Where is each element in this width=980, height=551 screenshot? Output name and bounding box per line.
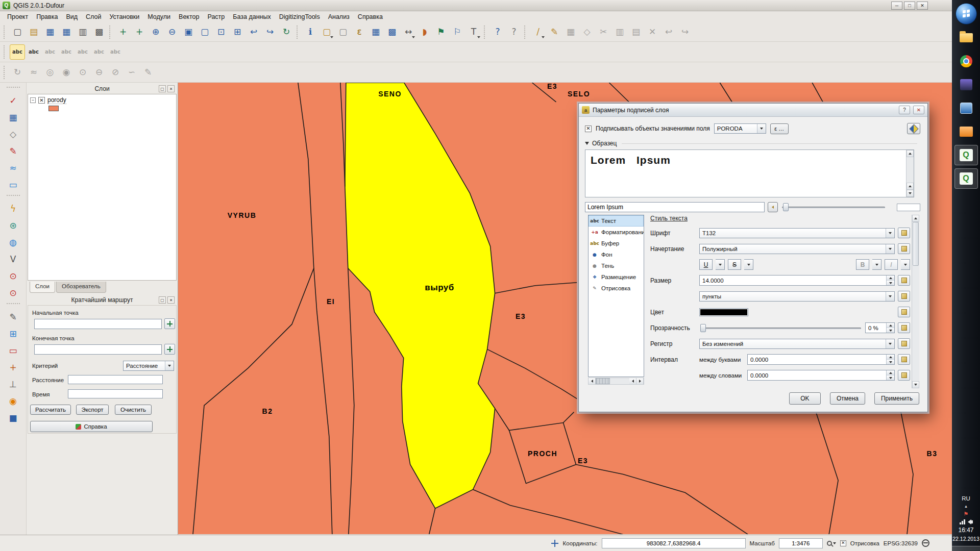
labeling-settings[interactable]: abc — [10, 44, 25, 60]
scroll-left-icon[interactable] — [589, 378, 596, 384]
dialog-section-Размещение[interactable]: ❖Размещение — [589, 271, 644, 283]
edit-graph-tool[interactable]: ✎ — [6, 309, 21, 324]
section-list[interactable]: abcТекст+aФорматированиеabcБуфер●Фон●Тен… — [588, 215, 644, 377]
layers-panel-detach-button[interactable]: ▢ — [159, 85, 166, 92]
calculate-button[interactable]: Рассчитать — [30, 405, 71, 415]
vector-network-tool[interactable]: V — [6, 252, 21, 267]
format-i-button[interactable]: I — [885, 259, 898, 270]
zoom-to-layer[interactable]: ⊞ — [230, 24, 245, 40]
dialog-section-Тень[interactable]: ●Тень — [589, 260, 644, 271]
layer-name[interactable]: porody — [47, 96, 66, 104]
show-desktop-button[interactable] — [952, 546, 980, 551]
scroll-up-icon[interactable] — [912, 215, 919, 222]
action-center-icon[interactable]: ⚑ — [964, 511, 969, 517]
web-globe-tool[interactable]: ◍ — [6, 235, 21, 250]
scroll-up-icon[interactable] — [906, 183, 914, 190]
show-bookmarks[interactable]: ⚐ — [450, 24, 465, 40]
scroll-down-icon[interactable] — [912, 381, 919, 388]
qgis-app-icon-1[interactable]: Q — [954, 145, 978, 165]
expand-toggle-icon[interactable]: − — [30, 97, 36, 103]
pan-to-selection[interactable]: + — [132, 24, 147, 40]
data-defined-word-spacing-button[interactable] — [898, 370, 910, 381]
layers-panel-close-button[interactable]: ✕ — [167, 85, 175, 92]
check-geometry-tool[interactable]: ✓ — [6, 93, 21, 108]
identify-features[interactable]: ℹ — [303, 24, 318, 40]
red-frame-tool[interactable]: ▭ — [6, 343, 21, 358]
menu-модули[interactable]: Модули — [143, 12, 175, 22]
format-b-button[interactable]: B — [856, 259, 869, 270]
zoom-last[interactable]: ↩ — [246, 24, 261, 40]
style-pane-scrollbar[interactable] — [912, 215, 919, 388]
engine-settings-button[interactable] — [907, 123, 920, 134]
dialog-close-button[interactable]: ✕ — [913, 106, 924, 114]
layers-tree[interactable]: − ✕ porody — [28, 94, 177, 281]
dialog-section-Форматирование[interactable]: +aФорматирование — [589, 227, 644, 238]
data-defined-font-button[interactable] — [898, 228, 910, 238]
sample-group-header[interactable]: Образец — [585, 139, 917, 147]
route-panel-close-button[interactable]: ✕ — [167, 296, 175, 304]
menu-растр[interactable]: Растр — [203, 12, 229, 22]
format-i-dropdown[interactable] — [901, 259, 910, 270]
volume-icon[interactable] — [968, 519, 973, 524]
menu-вектор[interactable]: Вектор — [175, 12, 203, 22]
data-defined-case-button[interactable] — [898, 338, 910, 349]
explorer-icon[interactable] — [954, 28, 978, 48]
spin-up-icon[interactable] — [887, 276, 894, 281]
field-calculator[interactable]: ▩ — [384, 24, 400, 40]
rect-select-tool[interactable]: ▭ — [6, 177, 21, 192]
map-tips[interactable]: ◗ — [417, 24, 432, 40]
coordinates-input[interactable] — [602, 538, 746, 548]
network-icon[interactable] — [960, 519, 965, 524]
open-attribute-table[interactable]: ▦ — [368, 24, 383, 40]
zoom-native[interactable]: ▣ — [181, 24, 196, 40]
format-s-dropdown[interactable] — [744, 259, 753, 270]
sample-scrollbar[interactable] — [906, 150, 914, 197]
spin-down-icon[interactable] — [887, 375, 894, 380]
data-defined-color-button[interactable] — [898, 307, 910, 317]
spin-down-icon[interactable] — [887, 360, 894, 364]
zoom-in[interactable]: ⊕ — [148, 24, 163, 40]
time-output[interactable] — [68, 389, 163, 398]
maximize-button[interactable]: □ — [904, 2, 915, 10]
sample-text-input[interactable] — [585, 202, 765, 212]
select-by-expression[interactable]: ε — [352, 24, 367, 40]
transparency-slider[interactable] — [699, 323, 862, 333]
move-anchor-tool[interactable]: + — [6, 360, 21, 375]
data-defined-size-button[interactable] — [898, 275, 910, 286]
menu-digitizingtools[interactable]: DigitizingTools — [275, 12, 324, 22]
size-spin[interactable]: 14.0000 — [699, 275, 895, 286]
dialog-section-Отрисовка[interactable]: ✎Отрисовка — [589, 283, 644, 294]
clock-time[interactable]: 16:47 — [958, 527, 973, 534]
select-shape-tool[interactable]: ◇ — [6, 127, 21, 142]
menu-проект[interactable]: Проект — [3, 12, 32, 22]
scroll-right-icon[interactable] — [636, 378, 644, 384]
dialog-section-Буфер[interactable]: abcБуфер — [589, 238, 644, 249]
label-enable-checkbox[interactable]: ✕ — [585, 126, 592, 132]
format-u-button[interactable]: U — [699, 259, 713, 270]
menu-вид[interactable]: Вид — [62, 12, 82, 22]
zoom-out[interactable]: ⊖ — [164, 24, 180, 40]
field-combo[interactable]: PORODA — [714, 123, 766, 134]
clock-date[interactable]: 22.12.2013 — [952, 536, 979, 542]
menu-анализ[interactable]: Анализ — [324, 12, 354, 22]
text-annotation[interactable]: T — [466, 24, 481, 40]
media-app-icon[interactable] — [954, 74, 978, 95]
scroll-left-icon[interactable] — [629, 378, 636, 384]
dialog-help-button[interactable]: ? — [899, 106, 910, 114]
distance-output[interactable] — [68, 375, 163, 384]
scrollbar-thumb[interactable] — [596, 378, 610, 384]
dialog-section-Текст[interactable]: abcТекст — [589, 215, 644, 227]
refresh-map[interactable]: ↻ — [279, 24, 294, 40]
scroll-up-icon[interactable] — [906, 150, 914, 157]
route-start-tool[interactable]: ⊙ — [6, 268, 21, 284]
menu-слой[interactable]: Слой — [82, 12, 105, 22]
cancel-button[interactable]: Отмена — [830, 392, 865, 405]
toggle-editing[interactable]: ✎ — [547, 24, 562, 40]
data-defined-transparency-button[interactable] — [898, 322, 910, 333]
pin-tool[interactable]: ◉ — [6, 393, 21, 409]
zoom-full[interactable]: ▢ — [197, 24, 212, 40]
crs-status[interactable]: EPSG:32639 — [884, 540, 918, 546]
units-combo[interactable]: пункты — [699, 291, 895, 302]
clear-button[interactable]: Очистить — [115, 405, 152, 415]
section-list-scrollbar[interactable] — [588, 378, 644, 385]
